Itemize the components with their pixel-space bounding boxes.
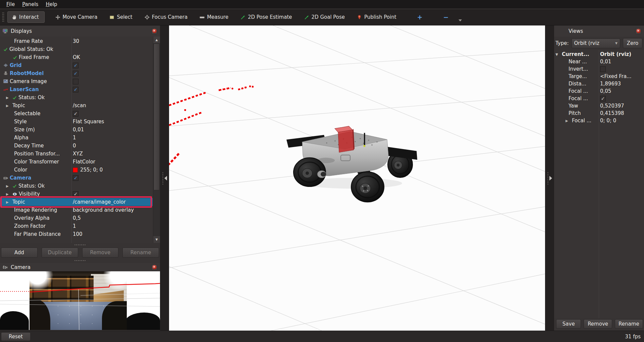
- expander-icon[interactable]: ▶: [6, 184, 11, 188]
- checkbox[interactable]: ✓: [73, 111, 78, 117]
- tree-row-focal[interactable]: Focal ...✓: [554, 95, 644, 102]
- views-close-button[interactable]: ✕: [635, 28, 641, 34]
- right-splitter[interactable]: [545, 25, 554, 331]
- tool-measure[interactable]: Measure: [196, 12, 232, 22]
- checkbox[interactable]: [600, 66, 606, 72]
- duplicate-button[interactable]: Duplicate: [42, 248, 78, 258]
- tree-row-topic[interactable]: ▶Topic/camera/image_color: [0, 198, 153, 206]
- tree-row-current[interactable]: ▼Current...Orbit (rviz): [554, 51, 644, 58]
- toolbar-grip-handle[interactable]: [2, 12, 4, 22]
- tree-row-robotmodel[interactable]: RobotModel✓: [0, 69, 153, 77]
- camera-close-button[interactable]: ✕: [151, 264, 157, 270]
- tree-row-image-rendering[interactable]: Image Renderingbackground and overlay: [0, 206, 153, 214]
- checkbox[interactable]: ✓: [600, 96, 606, 101]
- remove-button[interactable]: Remove: [82, 248, 119, 258]
- collapse-right-handle[interactable]: [545, 171, 554, 186]
- tree-row-style[interactable]: StyleFlat Squares: [0, 118, 153, 126]
- tool-goal-pose[interactable]: 2D Goal Pose: [301, 12, 348, 22]
- tool-interact[interactable]: Interact: [7, 11, 45, 23]
- tree-row-pitch[interactable]: Pitch0,415398: [554, 110, 644, 117]
- remove-button[interactable]: Remove: [584, 319, 612, 329]
- tree-row-alpha[interactable]: Alpha1: [0, 134, 153, 142]
- checkbox[interactable]: ✓: [73, 175, 78, 181]
- tree-row-topic[interactable]: ▶Topic/scan: [0, 101, 153, 110]
- checkbox[interactable]: ✓: [73, 71, 78, 76]
- overflow-chevron-icon[interactable]: [459, 19, 462, 21]
- tree-row-invert[interactable]: Invert...: [554, 65, 644, 73]
- tree-row-focal[interactable]: ▶Focal ...0; 0; 0: [554, 117, 644, 124]
- panel-splitter-handle[interactable]: [0, 258, 160, 263]
- left-splitter[interactable]: [160, 25, 169, 331]
- tool-label: Publish Point: [364, 14, 396, 20]
- tree-row-zoom-factor[interactable]: Zoom Factor1: [0, 222, 153, 230]
- tree-row-camera-image[interactable]: Camera Image: [0, 77, 153, 85]
- tool-select[interactable]: Select: [106, 12, 136, 22]
- tool-remove-tool[interactable]: −: [440, 13, 452, 21]
- rename-button[interactable]: Rename: [122, 248, 159, 258]
- rename-button[interactable]: Rename: [615, 319, 643, 329]
- expander-icon[interactable]: ▶: [6, 192, 11, 196]
- tree-row-status-ok[interactable]: ▶Status: Ok: [0, 182, 153, 190]
- expander-icon[interactable]: ▶: [6, 96, 11, 99]
- tool-pose-estimate[interactable]: 2D Pose Estimate: [237, 12, 296, 22]
- tree-row-yaw[interactable]: Yaw0,520397: [554, 102, 644, 110]
- tree-row-near[interactable]: Near ...0,01: [554, 58, 644, 65]
- displays-scrollbar[interactable]: ▲ ▼: [153, 37, 160, 243]
- menu-item-help[interactable]: Help: [42, 1, 61, 8]
- tree-row-visibility[interactable]: ▶Visibility✓: [0, 190, 153, 198]
- tree-row-position-transfor[interactable]: Position Transfor...XYZ: [0, 150, 153, 158]
- tool-focus-camera[interactable]: Focus Camera: [141, 12, 191, 22]
- collapse-left-handle[interactable]: [160, 171, 169, 186]
- tree-row-color[interactable]: Color255; 0; 0: [0, 166, 153, 174]
- checkbox[interactable]: [73, 79, 78, 84]
- panel-splitter-handle[interactable]: [0, 243, 160, 247]
- tool-publish-point[interactable]: Publish Point: [354, 12, 399, 22]
- splitter-grip-icon: [162, 172, 164, 185]
- tool-move-camera[interactable]: Move Camera: [52, 12, 101, 22]
- tree-row-status-ok[interactable]: ▶Status: Ok: [0, 93, 153, 101]
- view-type-dropdown[interactable]: Orbit (rviz ▼: [572, 39, 620, 48]
- expander-icon[interactable]: ▶: [6, 200, 11, 204]
- displays-close-button[interactable]: ✕: [151, 28, 157, 34]
- tree-row-global-status-ok[interactable]: Global Status: Ok: [0, 45, 153, 53]
- laser-scan-points: [169, 86, 254, 165]
- row-label: Overlay Alpha: [14, 215, 50, 221]
- checkbox[interactable]: ✓: [73, 63, 78, 68]
- tree-row-camera[interactable]: Camera✓: [0, 174, 153, 182]
- tree-row-size-m[interactable]: Size (m)0,01: [0, 126, 153, 134]
- menu-item-panels[interactable]: Panels: [18, 1, 42, 8]
- tree-row-decay-time[interactable]: Decay Time0: [0, 142, 153, 150]
- row-value: 1,89693: [600, 81, 621, 87]
- row-value: 30: [73, 38, 79, 44]
- checkbox[interactable]: ✓: [73, 191, 78, 197]
- expander-icon[interactable]: ▶: [6, 104, 11, 108]
- scroll-up-icon[interactable]: ▲: [153, 37, 160, 43]
- color-swatch[interactable]: [73, 167, 78, 173]
- expander-icon[interactable]: ▶: [566, 119, 570, 123]
- reset-button[interactable]: Reset: [1, 332, 31, 341]
- tree-row-laserscan[interactable]: LaserScan✓: [0, 85, 153, 93]
- zero-button[interactable]: Zero: [623, 38, 642, 48]
- menu-item-file[interactable]: File: [3, 1, 18, 8]
- tree-row-fixed-frame[interactable]: Fixed FrameOK: [0, 53, 153, 61]
- tree-row-far-plane-distance[interactable]: Far Plane Distance100: [0, 230, 153, 238]
- tree-row-selectable[interactable]: Selectable✓: [0, 110, 153, 118]
- row-label: Color Transformer: [14, 159, 59, 165]
- tree-row-color-transformer[interactable]: Color TransformerFlatColor: [0, 158, 153, 166]
- checkbox[interactable]: ✓: [73, 87, 78, 92]
- scroll-down-icon[interactable]: ▼: [153, 236, 160, 243]
- tree-row-focal[interactable]: Focal ...0,05: [554, 87, 644, 95]
- tree-row-frame-rate[interactable]: Frame Rate30: [0, 37, 153, 45]
- 3d-viewport[interactable]: [169, 25, 545, 331]
- save-button[interactable]: Save: [556, 319, 581, 329]
- tree-row-dista[interactable]: Dista...1,89693: [554, 80, 644, 87]
- add-button[interactable]: Add: [1, 248, 38, 258]
- tree-row-grid[interactable]: Grid✓: [0, 61, 153, 69]
- row-label: Zoom Factor: [14, 223, 46, 229]
- tree-row-overlay-alpha[interactable]: Overlay Alpha0,5: [0, 214, 153, 222]
- expander-icon[interactable]: ▼: [555, 53, 560, 56]
- tree-row-targe[interactable]: Targe...<Fixed Fra...: [554, 73, 644, 80]
- tool-add-tool[interactable]: +: [414, 13, 426, 21]
- laser-icon: [3, 88, 8, 91]
- scrollbar-thumb[interactable]: [154, 44, 160, 190]
